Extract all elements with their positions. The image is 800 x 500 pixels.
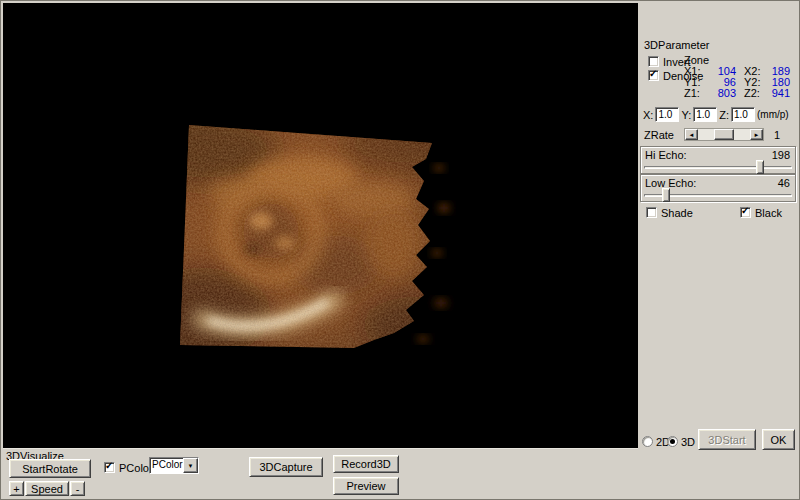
chevron-down-icon: ▼ — [188, 463, 194, 469]
mode-3d-radio[interactable]: 3D — [667, 435, 695, 448]
hi-echo-slider[interactable] — [644, 160, 792, 175]
mode-2d-radio-circle[interactable] — [642, 436, 653, 447]
pcolor-dropdown[interactable]: PColor ▼ — [149, 457, 199, 474]
black-checkbox[interactable]: ✓ Black — [740, 206, 782, 219]
zone-values: X1: 104 X2: 189 Y1: 96 Y2: 180 Z1: 803 Z… — [684, 66, 790, 99]
denoise-checkbox-box[interactable]: ✓ — [648, 70, 659, 81]
visualize-panel: 3DVisualize StartRotate + Speed - ✓ PCol… — [3, 448, 638, 499]
ultrasound-viewport[interactable] — [3, 3, 638, 448]
scale-x-label: X: — [643, 109, 653, 121]
low-echo-slider-thumb[interactable] — [662, 188, 670, 202]
low-echo-slider[interactable] — [644, 188, 792, 203]
zone-group: Zone X1: 104 X2: 189 Y1: 96 Y2: 180 Z1: … — [684, 54, 790, 99]
3dstart-button[interactable]: 3DStart — [698, 429, 756, 450]
mode-3d-radio-circle[interactable] — [667, 436, 678, 447]
low-echo-groupbox: Low Echo: 46 — [640, 174, 796, 202]
scroll-right-icon: ► — [754, 132, 760, 138]
check-icon: ✓ — [741, 205, 749, 217]
speed-button[interactable]: Speed — [25, 481, 69, 496]
zrate-scroll-track[interactable] — [698, 129, 750, 140]
scroll-left-icon: ◄ — [689, 132, 695, 138]
mode-2d-radio[interactable]: 2D — [642, 435, 670, 448]
invert-checkbox-box[interactable] — [648, 56, 659, 67]
check-icon: ✓ — [105, 460, 113, 472]
zrate-scrollbar[interactable]: ◄ ► — [684, 128, 764, 141]
scale-unit: (mm/p) — [757, 109, 789, 120]
ultrasound-3d-render — [3, 3, 638, 448]
parameter-panel-title: 3DParameter — [644, 39, 709, 51]
shade-label: Shade — [661, 207, 693, 219]
scale-y-label: Y: — [681, 109, 691, 121]
record3d-button[interactable]: Record3D — [333, 455, 399, 473]
scale-z-label: Z: — [719, 109, 729, 121]
scroll-right-button[interactable]: ► — [750, 129, 763, 140]
scale-x-input[interactable] — [655, 107, 679, 122]
zone-z1-label: Z1: — [684, 88, 708, 99]
pcolor-checkbox[interactable]: ✓ PColor — [104, 461, 153, 474]
zrate-label: ZRate — [644, 129, 674, 141]
check-icon: ✓ — [649, 68, 657, 80]
dropdown-button[interactable]: ▼ — [183, 458, 198, 473]
pcolor-dropdown-value: PColor — [150, 458, 183, 473]
mode-3d-label: 3D — [681, 436, 695, 448]
scale-row: X: Y: Z: (mm/p) — [643, 107, 797, 122]
pcolor-checkbox-label: PColor — [119, 462, 153, 474]
speed-minus-button[interactable]: - — [70, 481, 85, 496]
zone-z1-value: 803 — [708, 88, 736, 99]
speed-plus-button[interactable]: + — [9, 481, 24, 496]
black-checkbox-box[interactable]: ✓ — [740, 207, 751, 218]
shade-checkbox-box[interactable] — [646, 207, 657, 218]
zone-z2-value: 941 — [762, 88, 790, 99]
3dcapture-button[interactable]: 3DCapture — [249, 457, 323, 477]
start-rotate-button[interactable]: StartRotate — [9, 459, 91, 478]
zrate-scroll-thumb[interactable] — [714, 129, 734, 140]
zrate-value: 1 — [774, 129, 780, 141]
hi-echo-slider-track[interactable] — [644, 166, 792, 169]
black-label: Black — [755, 207, 782, 219]
ok-button[interactable]: OK — [762, 429, 795, 450]
zone-z2-label: Z2: — [736, 88, 762, 99]
hi-echo-groupbox: Hi Echo: 198 — [640, 146, 796, 174]
pcolor-checkbox-box[interactable]: ✓ — [104, 462, 115, 473]
scale-y-input[interactable] — [693, 107, 717, 122]
app-window: 3DParameter Invert ✓ Denoise Zone X1: 10… — [0, 0, 800, 500]
hi-echo-slider-thumb[interactable] — [756, 160, 764, 174]
scale-z-input[interactable] — [731, 107, 755, 122]
shade-checkbox[interactable]: Shade — [646, 206, 693, 219]
parameter-panel: 3DParameter Invert ✓ Denoise Zone X1: 10… — [638, 3, 799, 499]
scroll-left-button[interactable]: ◄ — [685, 129, 698, 140]
preview-button[interactable]: Preview — [333, 477, 399, 495]
